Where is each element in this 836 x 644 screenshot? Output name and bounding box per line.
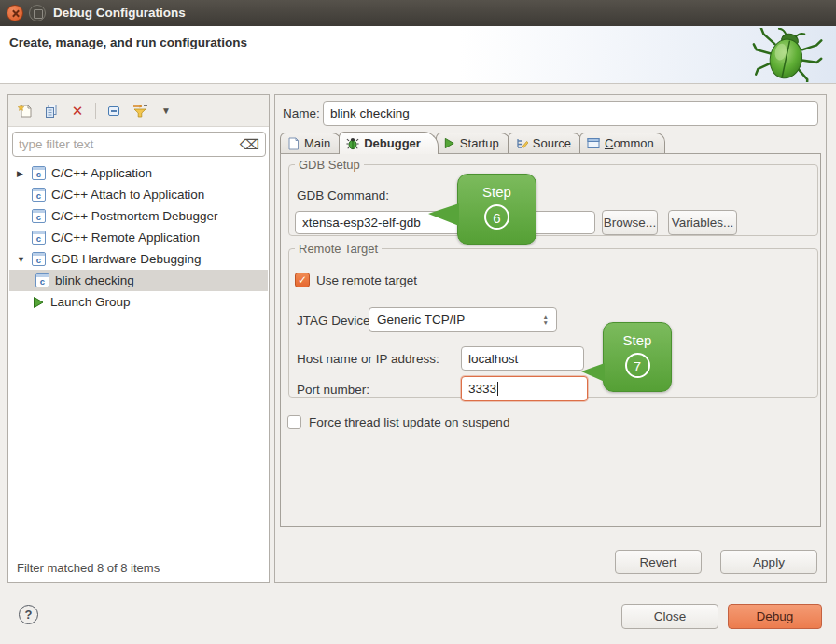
c-application-icon: c	[32, 209, 46, 223]
port-number-label: Port number:	[297, 383, 369, 397]
debugger-bug-icon	[346, 137, 359, 150]
toolbar-menu-caret-icon[interactable]: ▼	[158, 103, 174, 119]
tree-item-launch-group[interactable]: Launch Group	[9, 291, 268, 313]
collapse-arrow-icon[interactable]: ▼	[17, 255, 32, 264]
tab-main[interactable]: Main	[280, 133, 341, 153]
window-close-button[interactable]	[7, 5, 23, 21]
source-lookup-icon	[515, 137, 528, 150]
c-application-icon: c	[35, 273, 49, 287]
collapse-all-icon[interactable]	[105, 103, 122, 119]
tab-debugger[interactable]: Debugger	[339, 132, 439, 154]
debug-bug-icon	[750, 28, 823, 82]
revert-button[interactable]: Revert	[615, 550, 702, 574]
new-configuration-icon[interactable]	[17, 103, 34, 119]
expand-arrow-icon[interactable]: ▶	[17, 169, 32, 178]
tree-item-cpp-remote[interactable]: c C/C++ Remote Application	[9, 227, 268, 248]
startup-run-icon	[443, 137, 455, 149]
configuration-tabs: Main Debugger Startup	[280, 132, 662, 154]
c-application-icon: c	[32, 166, 46, 180]
clear-filter-icon[interactable]: ⌫	[240, 137, 259, 151]
browse-button[interactable]: Browse...	[602, 210, 658, 235]
host-name-label: Host name or IP address:	[297, 352, 439, 366]
c-application-icon: c	[32, 188, 46, 202]
gdb-setup-group: GDB Setup GDB Command: Browse... Variabl…	[288, 158, 818, 236]
configuration-editor-panel: Name: Main Debugger	[274, 94, 827, 583]
help-button[interactable]: ?	[19, 605, 38, 624]
window-title: Debug Configurations	[53, 0, 186, 26]
filter-configurations-icon[interactable]	[132, 103, 148, 119]
tab-startup[interactable]: Startup	[436, 133, 510, 153]
tab-common[interactable]: Common	[579, 133, 665, 153]
filter-input[interactable]	[19, 137, 240, 151]
combo-spinner-icon: ▲▼	[543, 315, 549, 325]
launch-group-icon	[32, 296, 45, 309]
configuration-name-input[interactable]	[323, 101, 818, 126]
duplicate-configuration-icon[interactable]	[43, 103, 60, 119]
debug-button[interactable]: Debug	[728, 604, 822, 629]
remote-target-legend: Remote Target	[295, 242, 382, 256]
tab-source[interactable]: Source	[508, 133, 582, 153]
c-application-icon: c	[32, 252, 46, 266]
variables-button[interactable]: Variables...	[668, 210, 737, 235]
filter-status-text: Filter matched 8 of 8 items	[17, 561, 160, 575]
step-7-callout: Step 7	[603, 322, 672, 392]
apply-button[interactable]: Apply	[720, 550, 817, 574]
debugger-tab-content: GDB Setup GDB Command: Browse... Variabl…	[280, 153, 821, 527]
jtag-device-select[interactable]: Generic TCP/IP ▲▼	[369, 307, 557, 332]
debug-configurations-dialog: Debug Configurations Create, manage, and…	[0, 0, 836, 644]
port-number-input[interactable]: 3333	[461, 376, 588, 401]
text-cursor	[497, 382, 498, 396]
host-name-input[interactable]	[461, 346, 584, 371]
use-remote-target-checkbox[interactable]: ✓	[295, 273, 310, 287]
tree-item-gdb-hardware-debugging[interactable]: ▼ c GDB Hardware Debugging	[9, 248, 268, 270]
delete-configuration-icon[interactable]: ✕	[69, 103, 86, 119]
c-application-icon: c	[32, 231, 46, 245]
tree-item-cpp-application[interactable]: ▶ c C/C++ Application	[9, 162, 268, 184]
titlebar: Debug Configurations	[0, 0, 836, 26]
dialog-header: Create, manage, and run configurations	[0, 26, 836, 84]
callout-tail	[428, 203, 459, 226]
tree-item-cpp-postmortem[interactable]: c C/C++ Postmortem Debugger	[9, 205, 268, 227]
gdb-command-label: GDB Command:	[297, 189, 389, 203]
name-label: Name:	[283, 106, 320, 120]
configuration-tree: ▶ c C/C++ Application c C/C++ Attach to …	[9, 162, 268, 313]
common-window-icon	[587, 137, 600, 149]
force-thread-list-checkbox[interactable]	[287, 415, 301, 429]
force-thread-list-label: Force thread list update on suspend	[309, 415, 509, 429]
toolbar-separator	[95, 103, 96, 119]
filter-box: ⌫	[12, 132, 266, 157]
configurations-panel: ✕ ▼ ⌫ ▶	[7, 94, 270, 583]
use-remote-target-label: Use remote target	[316, 273, 417, 287]
configurations-toolbar: ✕ ▼	[8, 95, 269, 127]
close-button[interactable]: Close	[621, 604, 718, 629]
step-6-callout: Step 6	[457, 174, 536, 245]
tree-item-cpp-attach[interactable]: c C/C++ Attach to Application	[9, 184, 268, 205]
window-maximize-button[interactable]	[29, 5, 46, 21]
jtag-device-label: JTAG Device:	[297, 314, 373, 328]
step-7-number: 7	[625, 353, 650, 378]
header-title: Create, manage, and run configurations	[9, 35, 247, 49]
gdb-setup-legend: GDB Setup	[295, 158, 364, 172]
tree-item-blink-checking[interactable]: c blink checking	[9, 270, 268, 291]
main-tab-page-icon	[287, 137, 300, 150]
callout-tail	[581, 363, 605, 382]
step-6-number: 6	[484, 204, 509, 230]
remote-target-group: Remote Target ✓ Use remote target JTAG D…	[288, 242, 818, 398]
